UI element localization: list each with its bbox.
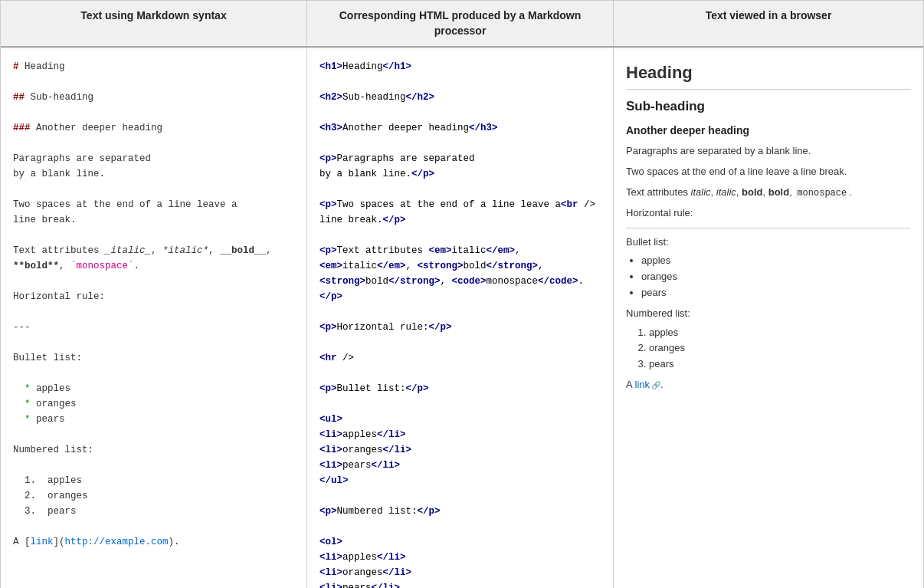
preview-link[interactable]: link — [635, 379, 661, 390]
list-item: pears — [649, 356, 911, 373]
list-item: oranges — [649, 340, 911, 356]
html-column: <h1>Heading</h1> <h2>Sub-heading</h2> <h… — [307, 48, 614, 588]
list-item: pears — [641, 285, 911, 301]
header-row: Text using Markdown syntax Corresponding… — [1, 1, 923, 48]
preview-numbered-list: apples oranges pears — [649, 325, 911, 373]
markdown-column: # Heading ## Sub-heading ### Another dee… — [1, 48, 307, 588]
col1-header: Text using Markdown syntax — [1, 1, 307, 46]
col2-header: Corresponding HTML produced by a Markdow… — [307, 1, 614, 46]
preview-numbered-label: Numbered list: — [626, 306, 911, 322]
list-item: apples — [649, 325, 911, 341]
preview-bullet-list: apples oranges pears — [641, 253, 911, 301]
main-table: Text using Markdown syntax Corresponding… — [0, 0, 924, 588]
preview-link-para: A link. — [626, 377, 911, 393]
preview-p3: Text attributes italic, italic, bold, bo… — [626, 185, 911, 201]
col3-header: Text viewed in a browser — [614, 1, 923, 46]
content-row: # Heading ## Sub-heading ### Another dee… — [1, 48, 923, 588]
preview-h3: Another deeper heading — [626, 122, 911, 139]
preview-p2: Two spaces at the end of a line leave a … — [626, 164, 911, 180]
list-item: apples — [641, 253, 911, 269]
browser-preview-column: Heading Sub-heading Another deeper headi… — [614, 48, 923, 588]
preview-hr-label: Horizontal rule: — [626, 205, 911, 222]
preview-hr — [626, 228, 911, 228]
list-item: oranges — [641, 269, 911, 285]
preview-h2: Sub-heading — [626, 96, 911, 117]
preview-p1: Paragraphs are separated by a blank line… — [626, 143, 911, 159]
preview-h1: Heading — [626, 59, 911, 90]
preview-bullet-label: Bullet list: — [626, 235, 911, 251]
